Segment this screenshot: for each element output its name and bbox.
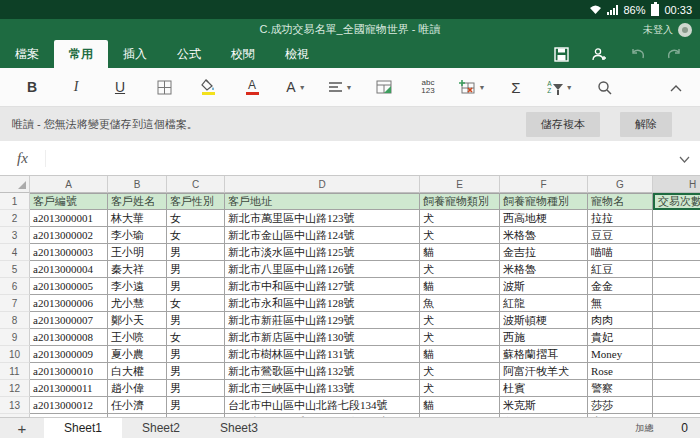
cell-F5[interactable]: 米格魯 [500,261,588,278]
cell-D1[interactable]: 客戶地址 [225,193,420,210]
cell-D11[interactable]: 新北市鶯歌區中山路132號 [225,363,420,380]
cell-C9[interactable]: 女 [167,329,225,346]
column-header-D[interactable]: D [225,176,420,193]
cell-C5[interactable]: 男 [167,261,225,278]
spreadsheet-grid[interactable]: ABCDEFGH1客戶編號客戶姓名客戶性別客戶地址飼養寵物類別飼養寵物種別寵物名… [0,176,700,417]
cell-B13[interactable]: 任小濟 [108,397,167,414]
italic-button[interactable]: I [54,71,98,103]
cell-B5[interactable]: 秦大祥 [108,261,167,278]
cell-E11[interactable]: 犬 [420,363,500,380]
cell-C14[interactable]: 女 [167,414,225,417]
cell-H2[interactable] [653,210,700,227]
column-header-G[interactable]: G [588,176,653,193]
aggregate-display[interactable]: 加總 0 [635,418,700,438]
cell-G8[interactable]: 肉肉 [588,312,653,329]
cell-H14[interactable] [653,414,700,417]
cell-G2[interactable]: 拉拉 [588,210,653,227]
search-button[interactable] [582,71,626,103]
sheet-tab-sheet1[interactable]: Sheet1 [44,418,122,438]
add-sheet-button[interactable]: + [0,418,44,438]
row-header-3[interactable]: 3 [0,227,30,244]
cell-C10[interactable]: 男 [167,346,225,363]
cell-A8[interactable]: a2013000007 [30,312,108,329]
cell-H3[interactable] [653,227,700,244]
cell-G13[interactable]: 莎莎 [588,397,653,414]
row-header-4[interactable]: 4 [0,244,30,261]
redo-icon[interactable] [667,48,682,61]
cell-A5[interactable]: a2013000004 [30,261,108,278]
sheet-tab-sheet2[interactable]: Sheet2 [122,418,200,438]
borders-button[interactable] [142,71,186,103]
cell-G12[interactable]: 警察 [588,380,653,397]
column-header-B[interactable]: B [108,176,167,193]
cell-A4[interactable]: a2013000003 [30,244,108,261]
cell-D9[interactable]: 新北市新店區中山路130號 [225,329,420,346]
column-header-E[interactable]: E [420,176,500,193]
row-header-7[interactable]: 7 [0,295,30,312]
cell-G6[interactable]: 金金 [588,278,653,295]
cell-C4[interactable]: 男 [167,244,225,261]
cell-B8[interactable]: 鄭小天 [108,312,167,329]
cell-G10[interactable]: Money [588,346,653,363]
cell-D7[interactable]: 新北市永和區中山路128號 [225,295,420,312]
cell-G7[interactable]: 無 [588,295,653,312]
cell-F1[interactable]: 飼養寵物種別 [500,193,588,210]
save-icon[interactable] [554,47,569,62]
cell-D12[interactable]: 新北市三峽區中山路133號 [225,380,420,397]
number-format-button[interactable]: abc123 [406,71,450,103]
cell-A12[interactable]: a2013000011 [30,380,108,397]
cell-H11[interactable] [653,363,700,380]
save-copy-button[interactable]: 儲存複本 [526,112,600,137]
cell-D8[interactable]: 新北市新莊區中山路129號 [225,312,420,329]
autosum-button[interactable]: Σ [494,71,538,103]
alignment-button[interactable]: ▼ [318,71,362,103]
undo-icon[interactable] [630,48,645,61]
row-header-5[interactable]: 5 [0,261,30,278]
cell-styles-button[interactable] [362,71,406,103]
cell-F6[interactable]: 波斯 [500,278,588,295]
cell-C11[interactable]: 男 [167,363,225,380]
cell-C1[interactable]: 客戶性別 [167,193,225,210]
dismiss-button[interactable]: 解除 [620,112,672,137]
bold-button[interactable]: B [10,71,54,103]
ribbon-tab-校閱[interactable]: 校閱 [216,40,270,68]
cell-B4[interactable]: 王小明 [108,244,167,261]
cell-F8[interactable]: 波斯頓梗 [500,312,588,329]
column-header-A[interactable]: A [30,176,108,193]
row-header-11[interactable]: 11 [0,363,30,380]
cell-B10[interactable]: 夏小農 [108,346,167,363]
underline-button[interactable]: U [98,71,142,103]
cell-E9[interactable]: 犬 [420,329,500,346]
cell-F11[interactable]: 阿富汗牧羊犬 [500,363,588,380]
cell-B2[interactable]: 林大華 [108,210,167,227]
cell-C12[interactable]: 男 [167,380,225,397]
cell-C13[interactable]: 男 [167,397,225,414]
cell-H1[interactable]: 交易次數 [653,193,700,210]
cell-F3[interactable]: 米格魯 [500,227,588,244]
cell-C2[interactable]: 女 [167,210,225,227]
font-options-button[interactable]: A▼ [274,71,318,103]
cell-E7[interactable]: 魚 [420,295,500,312]
cell-G5[interactable]: 紅豆 [588,261,653,278]
cell-A11[interactable]: a2013000010 [30,363,108,380]
cell-H13[interactable] [653,397,700,414]
cell-H10[interactable] [653,346,700,363]
cell-D13[interactable]: 台北市中山區中山北路七段134號 [225,397,420,414]
row-header-6[interactable]: 6 [0,278,30,295]
cell-H8[interactable] [653,312,700,329]
cell-F14[interactable]: 文鳥 [500,414,588,417]
font-color-button[interactable]: A [230,71,274,103]
cell-A13[interactable]: a2013000012 [30,397,108,414]
cell-B3[interactable]: 李小瑜 [108,227,167,244]
cell-E2[interactable]: 犬 [420,210,500,227]
cell-E14[interactable]: 鳥 [420,414,500,417]
cell-H5[interactable] [653,261,700,278]
cell-E1[interactable]: 飼養寵物類別 [420,193,500,210]
cell-E6[interactable]: 貓 [420,278,500,295]
ribbon-tab-插入[interactable]: 插入 [108,40,162,68]
cell-A10[interactable]: a2013000009 [30,346,108,363]
column-header-H[interactable]: H [653,176,700,193]
row-header-8[interactable]: 8 [0,312,30,329]
cell-H12[interactable] [653,380,700,397]
cell-F2[interactable]: 西高地梗 [500,210,588,227]
